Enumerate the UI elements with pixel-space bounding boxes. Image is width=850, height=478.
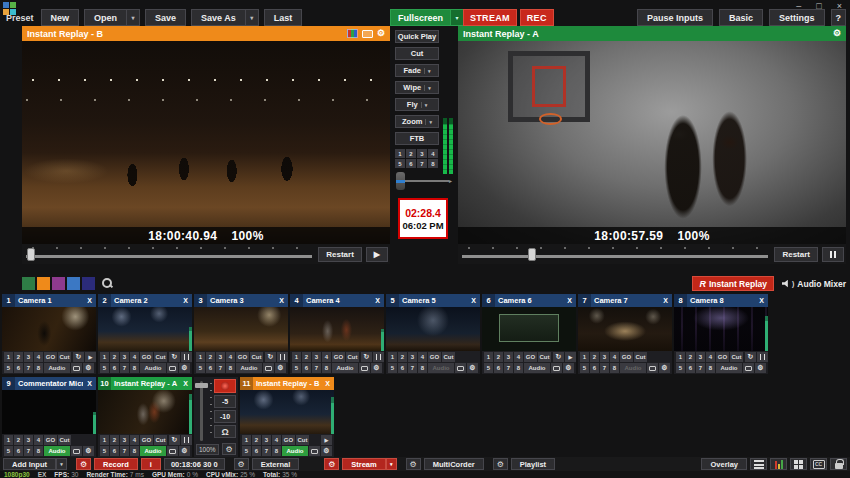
category-swatch-2[interactable]: [37, 277, 50, 290]
input-audio-button[interactable]: Audio: [620, 363, 646, 373]
input-2-button[interactable]: 2: [110, 435, 119, 445]
input-go-button[interactable]: GO: [140, 352, 153, 362]
stream-button[interactable]: Stream: [342, 458, 385, 470]
playlist-button[interactable]: Playlist: [511, 458, 555, 470]
loop-icon[interactable]: ↻: [361, 352, 372, 362]
input-6-button[interactable]: 6: [110, 446, 119, 456]
input-3-button[interactable]: 3: [504, 352, 513, 362]
close-input-button[interactable]: X: [179, 297, 192, 304]
loop-icon[interactable]: ↻: [265, 352, 276, 362]
loop-icon[interactable]: ↻: [553, 352, 564, 362]
preview-seek-track[interactable]: [24, 244, 314, 264]
input-2-button[interactable]: 2: [14, 435, 23, 445]
close-input-button[interactable]: X: [659, 297, 672, 304]
master-record-button[interactable]: [214, 379, 236, 393]
input-5-button[interactable]: 5: [4, 363, 13, 373]
program-pause-button[interactable]: [822, 247, 844, 262]
audio-mixer-button[interactable]: ) Audio Mixer: [782, 279, 846, 289]
stinger-number-3[interactable]: 3: [417, 149, 427, 158]
input-5-button[interactable]: 5: [484, 363, 493, 373]
input-cut-button[interactable]: Cut: [58, 352, 71, 362]
input-audio-button[interactable]: Audio: [428, 363, 454, 373]
pause-icon[interactable]: [757, 352, 768, 362]
monitor-icon[interactable]: [647, 363, 658, 373]
input-2-button[interactable]: 2: [494, 352, 503, 362]
input-audio-button[interactable]: Audio: [44, 363, 70, 373]
input-thumbnail[interactable]: [2, 307, 96, 351]
input-audio-button[interactable]: Audio: [44, 446, 70, 456]
input-8-button[interactable]: 8: [226, 363, 235, 373]
input-cut-button[interactable]: Cut: [250, 352, 263, 362]
preview-video[interactable]: 18:00:40.94 100%: [22, 41, 390, 244]
input-cut-button[interactable]: Cut: [154, 435, 167, 445]
stinger-number-8[interactable]: 8: [428, 159, 438, 168]
input-cut-button[interactable]: Cut: [58, 435, 71, 445]
input-go-button[interactable]: GO: [620, 352, 633, 362]
input-thumbnail[interactable]: [578, 307, 672, 351]
input-audio-button[interactable]: Audio: [140, 363, 166, 373]
playlist-settings-gear-icon[interactable]: ⚙: [493, 458, 508, 470]
input-7-button[interactable]: 7: [504, 363, 513, 373]
input-1-button[interactable]: 1: [484, 352, 493, 362]
input-7-button[interactable]: 7: [600, 363, 609, 373]
gear-icon[interactable]: ⚙: [833, 29, 841, 38]
input-6-button[interactable]: 6: [206, 363, 215, 373]
input-audio-button[interactable]: Audio: [236, 363, 262, 373]
input-2-button[interactable]: 2: [252, 435, 261, 445]
input-go-button[interactable]: GO: [44, 435, 57, 445]
input-5-button[interactable]: 5: [580, 363, 589, 373]
transition-ftb-button[interactable]: FTB: [395, 132, 439, 145]
input-2-button[interactable]: 2: [398, 352, 407, 362]
input-6-button[interactable]: 6: [14, 446, 23, 456]
monitor-icon[interactable]: [309, 446, 320, 456]
list-view-button[interactable]: [750, 458, 767, 470]
input-8-button[interactable]: 8: [610, 363, 619, 373]
monitor-icon[interactable]: [551, 363, 562, 373]
input-1-button[interactable]: 1: [242, 435, 251, 445]
category-swatch-3[interactable]: [52, 277, 65, 290]
category-swatch-1[interactable]: [22, 277, 35, 290]
input-3-button[interactable]: 3: [408, 352, 417, 362]
input-4-button[interactable]: 4: [226, 352, 235, 362]
input-3-button[interactable]: 3: [120, 352, 129, 362]
open-dropdown-button[interactable]: ▾: [127, 9, 140, 26]
input-title-bar[interactable]: 8Camera 8X: [674, 294, 768, 307]
play-icon[interactable]: ▶: [321, 435, 332, 445]
input-thumbnail[interactable]: [674, 307, 768, 351]
input-5-button[interactable]: 5: [100, 363, 109, 373]
stinger-number-2[interactable]: 2: [406, 149, 416, 158]
input-1-button[interactable]: 1: [196, 352, 205, 362]
input-1-button[interactable]: 1: [100, 352, 109, 362]
loop-icon[interactable]: ↻: [169, 435, 180, 445]
input-7-button[interactable]: 7: [262, 446, 271, 456]
input-go-button[interactable]: GO: [44, 352, 57, 362]
input-4-button[interactable]: 4: [706, 352, 715, 362]
input-title-bar[interactable]: 7Camera 7X: [578, 294, 672, 307]
program-seek-track[interactable]: [460, 244, 770, 264]
play-icon[interactable]: ▶: [85, 352, 96, 362]
input-go-button[interactable]: GO: [716, 352, 729, 362]
record-button[interactable]: Record: [94, 458, 138, 470]
gear-icon[interactable]: ⚙: [659, 363, 670, 373]
close-input-button[interactable]: X: [321, 380, 334, 387]
stream-dropdown-button[interactable]: ▾: [386, 458, 397, 470]
add-input-button[interactable]: Add Input: [3, 458, 56, 470]
stinger-number-5[interactable]: 5: [395, 159, 405, 168]
transition-wipe-button[interactable]: Wipe▾: [395, 81, 439, 94]
t-bar-handle[interactable]: [396, 172, 405, 190]
pause-inputs-button[interactable]: Pause Inputs: [637, 9, 713, 26]
audio-meters-button[interactable]: [770, 458, 787, 470]
input-6-button[interactable]: 6: [494, 363, 503, 373]
input-title-bar[interactable]: 4Camera 4X: [290, 294, 384, 307]
input-4-button[interactable]: 4: [34, 352, 43, 362]
category-swatch-4[interactable]: [67, 277, 80, 290]
program-restart-button[interactable]: Restart: [774, 247, 818, 262]
basic-button[interactable]: Basic: [719, 9, 763, 26]
stream-settings-gear-icon[interactable]: ⚙: [324, 458, 339, 470]
input-1-button[interactable]: 1: [676, 352, 685, 362]
input-title-bar[interactable]: 5Camera 5X: [386, 294, 480, 307]
stinger-number-4[interactable]: 4: [428, 149, 438, 158]
gear-icon[interactable]: ⚙: [755, 363, 766, 373]
chevron-down-icon[interactable]: ▾: [425, 119, 432, 125]
input-thumbnail[interactable]: [290, 307, 384, 351]
